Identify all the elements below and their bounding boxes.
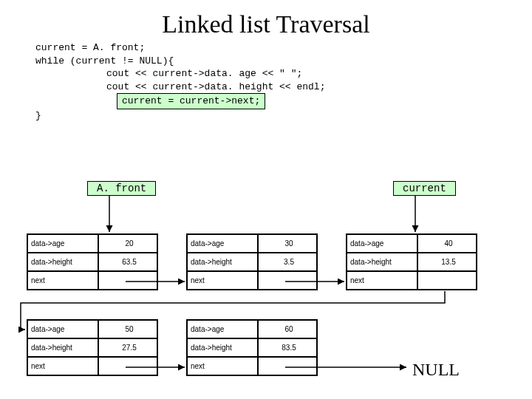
null-label: NULL <box>412 360 460 380</box>
field-value: 60 <box>258 320 317 338</box>
field-label: data->height <box>27 338 98 357</box>
field-value: 30 <box>258 234 317 253</box>
field-label: data->height <box>187 253 258 271</box>
field-value: 40 <box>417 234 477 253</box>
field-value: 13.5 <box>417 253 477 271</box>
list-node: data->age20 data->height63.5 next <box>27 233 158 290</box>
field-label: data->height <box>27 253 98 271</box>
current-label: current <box>393 181 456 196</box>
list-node: data->age30 data->height3.5 next <box>186 233 318 290</box>
field-label: data->height <box>187 338 258 357</box>
field-label: next <box>187 271 258 290</box>
field-value: 20 <box>98 234 157 253</box>
field-value <box>258 271 317 290</box>
field-value <box>417 271 477 290</box>
code-line: } <box>35 109 532 123</box>
code-highlight: current = current->next; <box>117 93 265 109</box>
field-label: data->age <box>27 234 98 253</box>
front-label: A. front <box>87 181 156 196</box>
field-label: data->age <box>27 320 98 338</box>
list-node: data->age40 data->height13.5 next <box>346 233 477 290</box>
code-line: while (current != NULL){ <box>35 55 532 68</box>
field-value <box>98 271 157 290</box>
field-label: next <box>27 271 98 290</box>
page-title: Linked list Traversal <box>0 10 532 38</box>
field-value: 50 <box>98 320 157 338</box>
field-label: next <box>27 357 98 375</box>
field-label: data->age <box>347 234 417 253</box>
code-block: current = A. front; while (current != NU… <box>35 41 532 122</box>
field-value <box>98 357 157 375</box>
list-node: data->age50 data->height27.5 next <box>27 319 158 376</box>
field-label: next <box>187 357 258 375</box>
field-value: 3.5 <box>258 253 317 271</box>
list-node: data->age60 data->height83.5 next <box>186 319 318 376</box>
field-label: data->age <box>187 320 258 338</box>
field-value <box>258 357 317 375</box>
code-line: cout << current->data. height << endl; <box>106 81 532 94</box>
field-value: 83.5 <box>258 338 317 357</box>
field-value: 63.5 <box>98 253 157 271</box>
field-label: next <box>347 271 417 290</box>
field-label: data->height <box>347 253 417 271</box>
code-line: current = A. front; <box>35 41 532 55</box>
field-value: 27.5 <box>98 338 157 357</box>
field-label: data->age <box>187 234 258 253</box>
code-line: cout << current->data. age << " "; <box>106 67 532 81</box>
